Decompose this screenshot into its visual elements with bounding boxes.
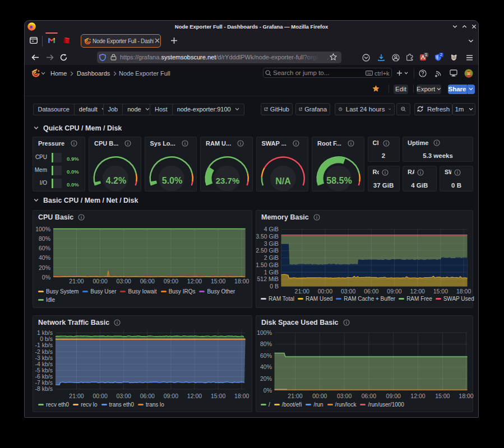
svg-text:09:00: 09:00	[164, 278, 178, 284]
svg-text:15:00: 15:00	[433, 288, 448, 295]
svg-text:00:00: 00:00	[93, 278, 107, 284]
svg-text:5.0%: 5.0%	[161, 176, 182, 185]
svg-text:2.50 GiB: 2.50 GiB	[256, 247, 279, 254]
svg-text:80%: 80%	[39, 235, 50, 242]
svg-text:40%: 40%	[39, 254, 50, 261]
svg-text:1.50 GiB: 1.50 GiB	[256, 262, 279, 268]
svg-text:12:00: 12:00	[187, 393, 202, 399]
svg-text:00:00: 00:00	[318, 288, 332, 295]
svg-text:12:00: 12:00	[410, 288, 425, 295]
svg-text:21:00: 21:00	[69, 278, 84, 284]
svg-text:0 B: 0 B	[270, 283, 279, 290]
svg-text:09:00: 09:00	[164, 393, 178, 399]
svg-text:1 kb/s: 1 kb/s	[37, 329, 53, 336]
svg-text:-5 kb/s: -5 kb/s	[35, 366, 53, 373]
svg-text:1 GiB: 1 GiB	[264, 269, 279, 276]
svg-text:58.5%: 58.5%	[326, 176, 352, 185]
svg-text:3.50 GiB: 3.50 GiB	[256, 233, 279, 240]
svg-text:-3 kb/s: -3 kb/s	[35, 354, 53, 361]
svg-text:09:00: 09:00	[386, 393, 401, 399]
svg-text:40%: 40%	[260, 363, 272, 370]
svg-text:-8 kb/s: -8 kb/s	[35, 385, 53, 392]
svg-text:60%: 60%	[260, 352, 272, 358]
svg-text:23.7%: 23.7%	[216, 176, 240, 185]
svg-text:0%: 0%	[42, 274, 50, 281]
svg-text:60%: 60%	[39, 245, 50, 251]
svg-text:12:00: 12:00	[187, 278, 202, 284]
svg-text:06:00: 06:00	[362, 393, 376, 399]
svg-text:512 MiB: 512 MiB	[257, 276, 279, 282]
svg-text:20%: 20%	[260, 375, 272, 381]
svg-text:80%: 80%	[260, 340, 272, 347]
svg-text:21:00: 21:00	[288, 393, 302, 399]
svg-text:-7 kb/s: -7 kb/s	[35, 379, 53, 386]
svg-text:21:00: 21:00	[69, 393, 84, 399]
svg-text:15:00: 15:00	[435, 393, 450, 399]
svg-text:09:00: 09:00	[387, 288, 401, 295]
svg-text:12:00: 12:00	[410, 393, 425, 399]
svg-text:0%: 0%	[263, 386, 272, 393]
svg-text:4 GiB: 4 GiB	[264, 226, 279, 232]
svg-text:00:00: 00:00	[312, 393, 327, 399]
svg-text:-1 kb/s: -1 kb/s	[35, 342, 53, 348]
svg-text:06:00: 06:00	[140, 278, 155, 284]
svg-text:15:00: 15:00	[211, 278, 225, 284]
svg-text:20%: 20%	[39, 264, 50, 271]
svg-text:03:00: 03:00	[341, 288, 355, 295]
svg-text:100%: 100%	[257, 329, 272, 335]
svg-text:06:00: 06:00	[140, 393, 155, 399]
svg-text:03:00: 03:00	[117, 393, 131, 399]
svg-text:21:00: 21:00	[295, 288, 309, 295]
svg-text:00:00: 00:00	[93, 393, 107, 399]
svg-text:4.2%: 4.2%	[106, 176, 126, 185]
svg-text:3 GiB: 3 GiB	[264, 240, 279, 247]
svg-text:18:00: 18:00	[456, 288, 471, 295]
svg-text:N/A: N/A	[275, 176, 291, 186]
svg-text:06:00: 06:00	[364, 288, 378, 295]
svg-text:18:00: 18:00	[234, 278, 249, 284]
svg-text:15:00: 15:00	[211, 393, 225, 399]
svg-text:100%: 100%	[35, 226, 50, 232]
svg-text:2 GiB: 2 GiB	[264, 254, 279, 261]
svg-text:18:00: 18:00	[459, 393, 473, 399]
svg-text:03:00: 03:00	[117, 278, 131, 284]
svg-text:18:00: 18:00	[234, 393, 249, 399]
svg-text:03:00: 03:00	[337, 393, 352, 399]
